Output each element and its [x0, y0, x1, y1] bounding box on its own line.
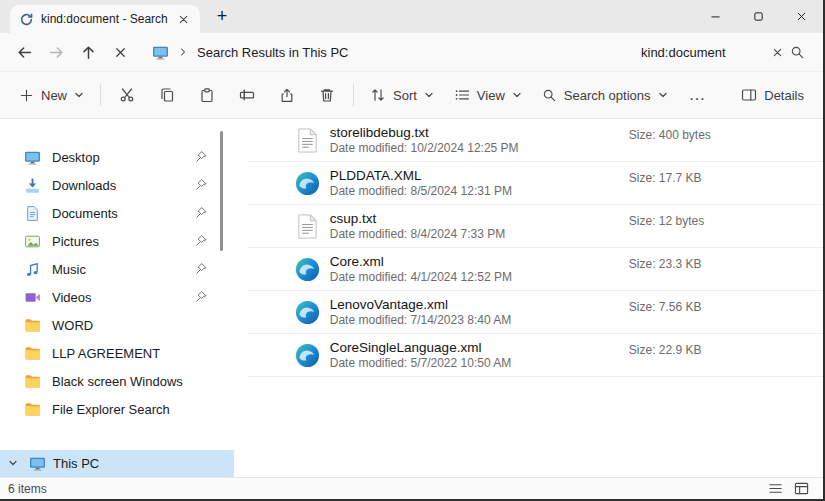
file-size: Size: 400 bytes — [629, 128, 711, 142]
new-button[interactable]: New — [10, 81, 93, 110]
window-controls — [694, 0, 823, 33]
back-button[interactable] — [8, 36, 40, 68]
this-pc-icon — [29, 455, 46, 472]
sidebar-scrollbar[interactable] — [220, 131, 223, 251]
file-name: Core.xml — [330, 253, 823, 270]
sort-icon — [370, 87, 386, 103]
pin-icon — [194, 234, 208, 248]
tab-title: kind:document - Search Result — [41, 12, 168, 26]
search-options-icon — [542, 88, 557, 103]
sidebar-item-word[interactable]: WORD — [0, 311, 234, 339]
txt-file-icon — [295, 214, 320, 239]
delete-button[interactable] — [308, 80, 346, 110]
documents-icon — [24, 205, 41, 222]
chevron-down-icon — [512, 90, 522, 100]
tab-close-icon[interactable] — [175, 11, 191, 27]
file-row[interactable]: storelibdebug.txt Date modified: 10/2/20… — [247, 119, 823, 162]
clear-search-icon[interactable] — [772, 47, 783, 58]
paste-button[interactable] — [188, 80, 226, 110]
address-bar[interactable]: Search Results in This PC — [142, 37, 627, 67]
sidebar-item-downloads[interactable]: Downloads — [0, 171, 234, 199]
sidebar-item-label: Black screen Windows — [52, 374, 183, 389]
view-button[interactable]: View — [445, 80, 531, 110]
sidebar-item-music[interactable]: Music — [0, 255, 234, 283]
sidebar-item-black-screen-windows[interactable]: Black screen Windows — [0, 367, 234, 395]
folder-icon — [24, 373, 41, 390]
pin-icon — [194, 290, 208, 304]
details-view-icon[interactable] — [794, 481, 809, 496]
sidebar-item-this-pc[interactable]: This PC — [0, 450, 234, 477]
sidebar-item-llp-agreement[interactable]: LLP AGREEMENT — [0, 339, 234, 367]
pin-icon — [194, 206, 208, 220]
file-explorer-window: kind:document - Search Result + Search R… — [0, 0, 825, 501]
titlebar: kind:document - Search Result + — [0, 0, 823, 33]
status-bar: 6 items — [0, 477, 823, 499]
view-button-label: View — [477, 88, 505, 103]
share-button[interactable] — [268, 80, 306, 110]
file-size: Size: 17.7 KB — [629, 171, 702, 185]
chevron-down-icon — [424, 90, 434, 100]
file-size: Size: 7.56 KB — [629, 300, 702, 314]
tab-search-result[interactable]: kind:document - Search Result — [10, 5, 200, 33]
file-row[interactable]: csup.txt Date modified: 8/4/2024 7:33 PM… — [247, 205, 823, 248]
search-options-button[interactable]: Search options — [533, 81, 677, 110]
sidebar-item-videos[interactable]: Videos — [0, 283, 234, 311]
minimize-button[interactable] — [694, 0, 737, 33]
file-size: Size: 23.3 KB — [629, 257, 702, 271]
search-icon[interactable] — [790, 45, 805, 60]
pictures-icon — [24, 233, 41, 250]
rename-button[interactable] — [228, 80, 266, 110]
chevron-right-icon[interactable] — [177, 46, 189, 58]
close-button[interactable] — [780, 0, 823, 33]
sidebar-item-label: File Explorer Search — [52, 402, 170, 417]
file-row[interactable]: PLDDATA.XML Date modified: 8/5/2024 12:3… — [247, 162, 823, 205]
pin-icon — [194, 150, 208, 164]
toolbar-divider — [100, 84, 101, 106]
file-row[interactable]: CoreSingleLanguage.xml Date modified: 5/… — [247, 334, 823, 377]
sidebar-item-label: Music — [52, 262, 86, 277]
desktop-icon — [24, 149, 41, 166]
stop-refresh-button[interactable] — [104, 36, 136, 68]
folder-icon — [24, 317, 41, 334]
details-pane-label: Details — [764, 88, 804, 103]
forward-button[interactable] — [40, 36, 72, 68]
more-options-button[interactable]: … — [679, 83, 717, 107]
search-box[interactable] — [633, 37, 813, 67]
up-button[interactable] — [72, 36, 104, 68]
maximize-button[interactable] — [737, 0, 780, 33]
file-date: Date modified: 8/4/2024 7:33 PM — [330, 227, 823, 242]
new-tab-button[interactable]: + — [208, 4, 236, 30]
sidebar-item-label: LLP AGREEMENT — [52, 346, 160, 361]
pin-icon — [194, 178, 208, 192]
new-plus-icon — [19, 88, 34, 103]
file-size: Size: 12 bytes — [629, 214, 704, 228]
pin-icon — [194, 262, 208, 276]
copy-button[interactable] — [148, 80, 186, 110]
folder-icon — [24, 345, 41, 362]
sidebar-item-label: Desktop — [52, 150, 100, 165]
file-row[interactable]: Core.xml Date modified: 4/1/2024 12:52 P… — [247, 248, 823, 291]
xml-file-icon — [295, 171, 320, 196]
sidebar-item-documents[interactable]: Documents — [0, 199, 234, 227]
details-pane-button[interactable]: Details — [732, 80, 813, 110]
navigation-bar: Search Results in This PC — [0, 33, 823, 72]
txt-file-icon — [295, 128, 320, 153]
sidebar-item-desktop[interactable]: Desktop — [0, 143, 234, 171]
sidebar-item-file-explorer-search[interactable]: File Explorer Search — [0, 395, 234, 423]
chevron-down-icon — [74, 90, 84, 100]
this-pc-label: This PC — [53, 456, 99, 471]
cut-button[interactable] — [108, 80, 146, 110]
file-row[interactable]: LenovoVantage.xml Date modified: 7/14/20… — [247, 291, 823, 334]
new-button-label: New — [41, 88, 67, 103]
sidebar-list: Desktop Downloads Documents Pictures Mus… — [0, 143, 234, 423]
sort-button[interactable]: Sort — [361, 80, 443, 110]
music-icon — [24, 261, 41, 278]
search-input[interactable] — [641, 45, 765, 60]
xml-file-icon — [295, 257, 320, 282]
list-view-icon[interactable] — [768, 481, 783, 496]
sidebar-item-pictures[interactable]: Pictures — [0, 227, 234, 255]
items-count: 6 items — [8, 482, 47, 496]
sidebar-item-label: WORD — [52, 318, 93, 333]
downloads-icon — [24, 177, 41, 194]
chevron-down-icon[interactable] — [8, 458, 20, 470]
